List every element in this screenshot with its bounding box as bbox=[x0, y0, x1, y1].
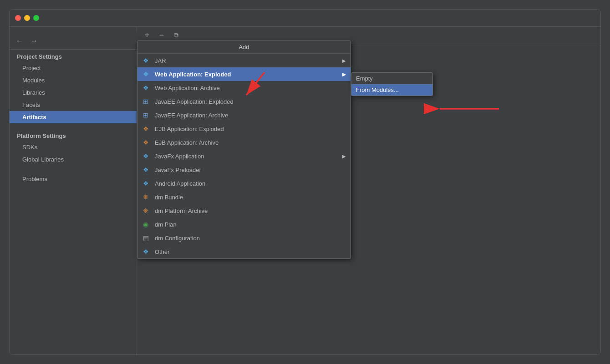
dropdown-item-android-app[interactable]: Android Application bbox=[137, 177, 351, 190]
sidebar-item-artifacts[interactable]: Artifacts bbox=[10, 111, 137, 123]
web-exploded-submenu-arrow: ▶ bbox=[342, 72, 346, 77]
copy-button[interactable]: ⧉ bbox=[170, 29, 183, 42]
dropdown-item-ejb-exploded[interactable]: EJB Application: Exploded bbox=[137, 122, 351, 136]
javafx-app-icon bbox=[142, 152, 151, 161]
dropdown-item-javafx-app[interactable]: JavaFx Application ▶ bbox=[137, 149, 351, 163]
submenu-item-empty[interactable]: Empty bbox=[351, 73, 432, 84]
dm-plan-icon bbox=[142, 220, 151, 229]
title-bar bbox=[10, 10, 600, 27]
dropdown-item-ejb-exploded-label: EJB Application: Exploded bbox=[155, 126, 224, 132]
dropdown-item-ejb-archive-label: EJB Application: Archive bbox=[155, 139, 219, 146]
submenu-item-from-modules[interactable]: From Modules... bbox=[351, 84, 432, 96]
dropdown-item-dm-plan-label: dm Plan bbox=[155, 221, 177, 228]
nav-forward-button[interactable]: → bbox=[28, 35, 41, 47]
platform-settings-section: Platform Settings SDKs Global Libraries bbox=[10, 129, 137, 166]
dropdown-item-javaee-archive[interactable]: JavaEE Application: Archive bbox=[137, 108, 351, 122]
nav-back-button[interactable]: ← bbox=[13, 35, 26, 47]
add-button[interactable]: + bbox=[141, 29, 153, 42]
dropdown-item-dm-platform[interactable]: dm Platform Archive bbox=[137, 204, 351, 217]
dropdown-item-javaee-exploded[interactable]: JavaEE Application: Exploded bbox=[137, 95, 351, 108]
web-exploded-submenu: Empty From Modules... bbox=[351, 72, 433, 96]
dropdown-item-web-exploded-label: Web Application: Exploded bbox=[155, 71, 231, 78]
maximize-button[interactable] bbox=[33, 15, 39, 21]
dropdown-item-other-label: Other bbox=[155, 248, 170, 255]
main-window: ← → Project Settings Project Modules Lib… bbox=[9, 9, 601, 355]
sidebar: ← → Project Settings Project Modules Lib… bbox=[10, 27, 137, 354]
dropdown-item-ejb-archive[interactable]: EJB Application: Archive bbox=[137, 136, 351, 149]
dm-bundle-icon bbox=[142, 192, 151, 202]
close-button[interactable] bbox=[15, 15, 21, 21]
dropdown-item-web-archive[interactable]: Web Application: Archive bbox=[137, 81, 351, 95]
main-panel: + − ⧉ Add JAR ▶ Web Appl bbox=[137, 27, 600, 354]
dm-platform-icon bbox=[142, 206, 151, 215]
web-exploded-icon bbox=[142, 70, 151, 79]
sidebar-item-libraries[interactable]: Libraries bbox=[10, 86, 137, 99]
add-dropdown: Add JAR ▶ Web Application: Exploded ▶ bbox=[137, 40, 351, 259]
dropdown-item-dm-plan[interactable]: dm Plan bbox=[137, 217, 351, 231]
javafx-preloader-icon bbox=[142, 165, 151, 174]
sidebar-toolbar: ← → bbox=[10, 32, 137, 50]
sidebar-item-problems[interactable]: Problems bbox=[10, 173, 137, 185]
dropdown-item-web-exploded[interactable]: Web Application: Exploded ▶ bbox=[137, 67, 351, 81]
javafx-submenu-arrow: ▶ bbox=[342, 154, 346, 159]
sidebar-item-modules[interactable]: Modules bbox=[10, 74, 137, 86]
content-area: ← → Project Settings Project Modules Lib… bbox=[10, 27, 600, 354]
sidebar-item-sdks[interactable]: SDKs bbox=[10, 141, 137, 153]
dropdown-item-dm-config-label: dm Configuration bbox=[155, 235, 200, 242]
dm-config-icon bbox=[142, 233, 151, 243]
dropdown-item-jar-label: JAR bbox=[155, 57, 166, 64]
dropdown-header: Add bbox=[137, 41, 351, 54]
javaee-exploded-icon bbox=[142, 97, 151, 106]
dropdown-item-javafx-preloader[interactable]: JavaFx Preloader bbox=[137, 163, 351, 177]
dropdown-menu: Add JAR ▶ Web Application: Exploded ▶ bbox=[137, 40, 351, 259]
sidebar-item-project[interactable]: Project bbox=[10, 62, 137, 74]
window-controls bbox=[15, 15, 39, 21]
dropdown-item-web-archive-label: Web Application: Archive bbox=[155, 85, 220, 91]
dropdown-item-dm-config[interactable]: dm Configuration bbox=[137, 231, 351, 245]
problems-section: Problems bbox=[10, 173, 137, 185]
annotation-arrow-2 bbox=[428, 97, 501, 126]
ejb-archive-icon bbox=[142, 138, 151, 147]
dropdown-item-other[interactable]: Other bbox=[137, 245, 351, 258]
javaee-archive-icon bbox=[142, 111, 151, 120]
dropdown-item-dm-platform-label: dm Platform Archive bbox=[155, 207, 208, 214]
sidebar-item-global-libraries[interactable]: Global Libraries bbox=[10, 153, 137, 166]
dropdown-item-javafx-app-label: JavaFx Application bbox=[155, 153, 204, 160]
dropdown-item-javaee-archive-label: JavaEE Application: Archive bbox=[155, 112, 228, 119]
dropdown-item-jar[interactable]: JAR ▶ bbox=[137, 54, 351, 67]
dropdown-item-javaee-exploded-label: JavaEE Application: Exploded bbox=[155, 98, 234, 105]
dropdown-item-dm-bundle[interactable]: dm Bundle bbox=[137, 190, 351, 204]
sidebar-item-facets[interactable]: Facets bbox=[10, 99, 137, 111]
dropdown-item-android-app-label: Android Application bbox=[155, 180, 205, 187]
ejb-exploded-icon bbox=[142, 124, 151, 133]
project-settings-header: Project Settings bbox=[10, 50, 137, 62]
jar-icon bbox=[142, 56, 151, 65]
platform-settings-header: Platform Settings bbox=[10, 129, 137, 141]
dropdown-item-dm-bundle-label: dm Bundle bbox=[155, 194, 183, 201]
remove-button[interactable]: − bbox=[155, 29, 168, 42]
web-archive-icon bbox=[142, 83, 151, 92]
minimize-button[interactable] bbox=[24, 15, 30, 21]
other-icon bbox=[142, 247, 151, 256]
android-app-icon bbox=[142, 179, 151, 188]
dropdown-item-javafx-preloader-label: JavaFx Preloader bbox=[155, 167, 201, 173]
jar-submenu-arrow: ▶ bbox=[342, 58, 346, 63]
